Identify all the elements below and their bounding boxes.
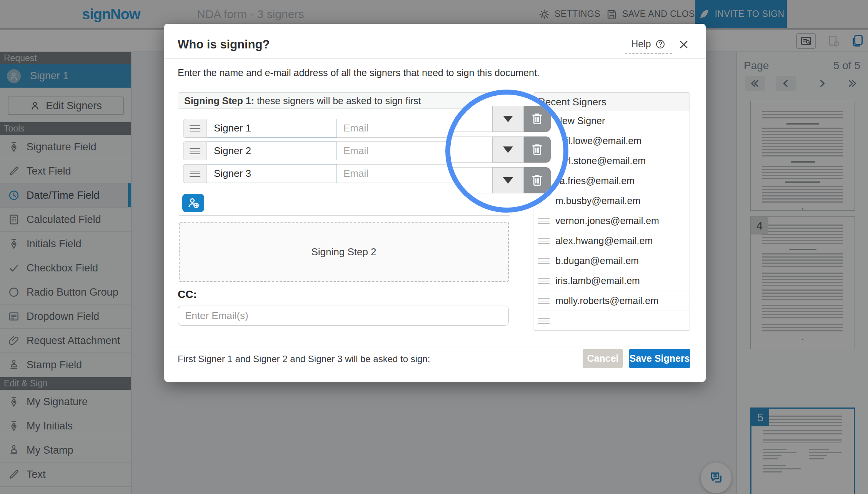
delete-signer-button[interactable] [524, 106, 551, 132]
trash-icon [530, 172, 545, 188]
close-icon[interactable] [678, 39, 689, 50]
drag-handle-icon [538, 277, 550, 285]
trash-icon [530, 141, 545, 158]
highlighted-row-controls [445, 136, 551, 163]
signer-options-dropdown[interactable] [492, 136, 524, 163]
delete-signer-button[interactable] [524, 136, 551, 163]
highlighted-row-controls [445, 167, 551, 193]
signer-email-input[interactable] [337, 119, 466, 138]
drag-handle-icon [538, 317, 550, 325]
cc-label: CC: [178, 288, 197, 301]
recent-signer-item-empty[interactable] [533, 311, 690, 331]
highlight-circle [445, 90, 568, 213]
recent-signers-header: Recent Signers [533, 93, 690, 111]
recent-signer-item[interactable]: alex.hwang@email.em [533, 231, 690, 251]
signing-step-1-heading: Signing Step 1: these signers will be as… [178, 93, 511, 109]
signing-order-note: First Signer 1 and Signer 2 and Signer 3… [178, 354, 430, 364]
delete-signer-button[interactable] [524, 167, 551, 193]
recent-signer-item[interactable]: molly.roberts@email.em [533, 291, 690, 311]
highlighted-row-controls [445, 106, 551, 132]
signer-name-input[interactable] [207, 164, 337, 183]
trash-icon [530, 111, 545, 127]
footer-divider [164, 346, 706, 346]
cc-email-input[interactable] [178, 306, 509, 326]
drag-handle-icon [538, 297, 550, 305]
chevron-down-icon [503, 177, 513, 184]
who-is-signing-dialog: Who is signing? Help Enter the name and … [164, 24, 706, 382]
signing-step-2-dropzone[interactable]: Signing Step 2 [179, 222, 509, 282]
help-link[interactable]: Help [625, 38, 672, 54]
person-add-icon [187, 196, 200, 210]
drag-handle[interactable] [183, 119, 207, 138]
chevron-down-icon [503, 116, 513, 122]
recent-signer-item[interactable]: iris.lamb@email.em [533, 271, 690, 291]
chevron-down-icon [503, 146, 513, 153]
signer-options-dropdown[interactable] [492, 106, 524, 132]
drag-handle[interactable] [183, 164, 207, 183]
recent-signer-item[interactable]: vernon.jones@email.em [533, 211, 690, 231]
header-divider [164, 58, 706, 59]
dialog-title: Who is signing? [178, 38, 270, 52]
drag-handle[interactable] [183, 141, 207, 160]
save-signers-button[interactable]: Save Signers [629, 349, 690, 368]
recent-signer-item[interactable]: b.dugan@email.em [533, 251, 690, 271]
cancel-button[interactable]: Cancel [583, 349, 623, 368]
signer-options-dropdown[interactable] [492, 167, 524, 193]
dialog-description: Enter the name and e-mail address of all… [178, 67, 540, 78]
signer-name-input[interactable] [207, 119, 337, 138]
drag-handle-icon [538, 257, 550, 265]
drag-handle-icon [538, 217, 550, 225]
help-icon [655, 39, 666, 50]
signer-name-input[interactable] [207, 141, 337, 160]
recent-signer-item[interactable]: m.busby@email.em [533, 191, 690, 211]
add-signer-button[interactable] [182, 194, 204, 212]
drag-handle-icon [538, 237, 550, 245]
